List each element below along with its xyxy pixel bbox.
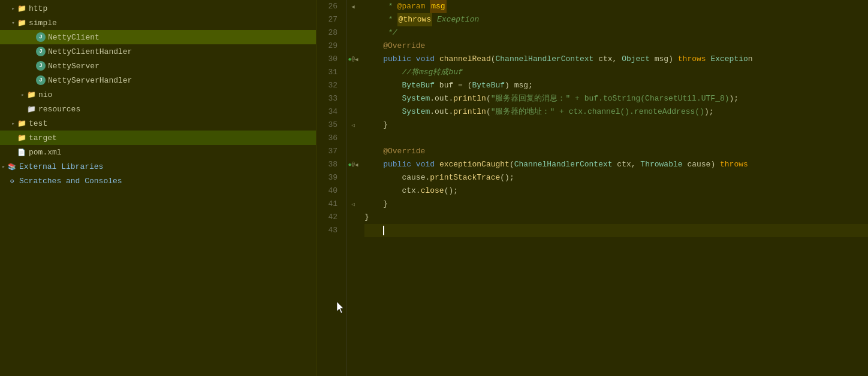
code-lines-container[interactable]: * @param msg * @throws Exception */ @Ove… [360, 0, 868, 376]
kw-void-30: void [416, 53, 435, 66]
code-30-indent [364, 53, 383, 66]
folder-icon-resources [26, 104, 36, 114]
folder-icon-test [17, 119, 26, 128]
type-throwable: Throwable [640, 158, 682, 171]
arrow-test [10, 120, 17, 127]
label-nettyclienthandler: NettyClientHandler [48, 47, 132, 56]
param-tag-26: @param [397, 0, 426, 13]
ln-31: 31 [317, 66, 341, 79]
gutter-29 [346, 40, 360, 53]
code-line-31: //将msg转成buf [364, 66, 868, 79]
code-38-ctx: ctx, [613, 158, 641, 171]
code-43 [364, 224, 383, 237]
gutter-38: ● @ ◀ [346, 158, 360, 171]
java-icon-nettyclient [36, 32, 46, 42]
ln-43: 43 [317, 224, 341, 237]
code-comment-28: */ [364, 26, 397, 40]
tree-item-simple[interactable]: simple [0, 16, 316, 30]
tree-item-scratches[interactable]: Scratches and Consoles [0, 174, 316, 188]
arrow-simple [10, 19, 17, 26]
label-nettyserverhandler: NettyServerHandler [48, 76, 132, 85]
str-33: "服务器回复的消息：" + buf.toString(CharsetUtil.U… [491, 92, 730, 105]
label-nettyserver: NettyServer [48, 62, 100, 71]
tree-item-extlibs[interactable]: External Libraries [0, 159, 316, 174]
tree-item-pomxml[interactable]: pom.xml [0, 145, 316, 159]
tree-item-nettyserverhandler[interactable]: NettyServerHandler [0, 73, 316, 87]
comment-31: //将msg转成buf [364, 66, 463, 79]
gutter-36 [346, 132, 360, 145]
code-line-33: System.out.println("服务器回复的消息：" + buf.toS… [364, 92, 868, 105]
tree-item-nio[interactable]: nio [0, 87, 316, 102]
tree-item-test[interactable]: test [0, 116, 316, 131]
code-38-indent [364, 158, 383, 171]
fold-icon-41: ◁ [351, 201, 354, 208]
java-icon-nettyserverhandler [36, 75, 46, 85]
code-39-indent [364, 171, 402, 184]
var-ctx-40: ctx [402, 184, 415, 198]
code-38-sp1 [411, 158, 416, 171]
fold-icon-26: ◀ [351, 4, 354, 10]
code-35: } [364, 119, 388, 132]
ln-26: 26 [317, 0, 341, 13]
gutter-35: ◁ [346, 119, 360, 132]
code-30-sp1 [411, 53, 416, 66]
ln-37: 37 [317, 145, 341, 158]
code-editor[interactable]: 26 27 28 29 30 31 32 33 34 35 36 37 38 3… [317, 0, 868, 376]
code-40-dot: . [416, 184, 421, 198]
code-line-26: * @param msg [364, 0, 868, 13]
gutter-27 [346, 13, 360, 26]
ln-41: 41 [317, 198, 341, 211]
var-cause-39: cause [402, 171, 425, 184]
line-numbers: 26 27 28 29 30 31 32 33 34 35 36 37 38 3… [317, 0, 346, 376]
arrow-http [10, 5, 17, 12]
tree-item-nettyclient[interactable]: NettyClient [0, 30, 316, 44]
code-content: 26 27 28 29 30 31 32 33 34 35 36 37 38 3… [317, 0, 868, 376]
code-line-27: * @throws Exception [364, 13, 868, 26]
libs-icon-extlibs [7, 162, 17, 171]
code-line-40: ctx.close(); [364, 184, 868, 198]
java-icon-nettyclienthandler [36, 47, 46, 56]
code-38-sp2 [435, 158, 439, 171]
tree-item-resources[interactable]: resources [0, 102, 316, 116]
code-40-indent [364, 184, 402, 198]
code-32-indent [364, 79, 402, 92]
code-30-cut: n [748, 53, 753, 66]
code-line-42: } [364, 211, 868, 224]
arrow-extlibs [0, 163, 7, 170]
type-chc-38: ChannelHandlerContext [514, 158, 613, 171]
type-system-33: System [402, 92, 430, 105]
kw-public-38: public [383, 158, 411, 171]
code-36 [364, 132, 369, 145]
code-33-close: ); [730, 92, 739, 105]
java-icon-nettyserver [36, 61, 46, 71]
label-scratches: Scratches and Consoles [19, 177, 122, 186]
code-34-close: ); [704, 105, 714, 119]
label-nio: nio [38, 90, 52, 99]
type-bytebuf-32: ByteBuf [402, 79, 435, 92]
tree-item-nettyclienthandler[interactable]: NettyClientHandler [0, 44, 316, 59]
code-line-35: } [364, 119, 868, 132]
tree-item-nettyserver[interactable]: NettyServer [0, 59, 316, 73]
code-34-dot2: . [448, 105, 453, 119]
fold-icon-38: ◀ [355, 162, 358, 168]
scratches-icon [7, 176, 17, 186]
ln-36: 36 [317, 132, 341, 145]
code-comment-27a: * [364, 13, 397, 26]
tree-item-http[interactable]: http [0, 1, 316, 16]
gutter-40 [346, 184, 360, 198]
file-tree: http simple NettyClient NettyClientHandl… [0, 0, 317, 376]
code-line-34: System.out.println("服务器的地址：" + ctx.chann… [364, 105, 868, 119]
code-41: } [364, 198, 388, 211]
ln-28: 28 [317, 26, 341, 40]
code-line-37: @Override [364, 145, 868, 158]
tree-item-target[interactable]: target [0, 131, 316, 145]
ln-38: 38 [317, 158, 341, 171]
method-close-40: close [421, 184, 444, 198]
var-out-33: out [435, 92, 448, 105]
type-obj: Object [622, 53, 650, 66]
ln-32: 32 [317, 79, 341, 92]
gutter-34 [346, 105, 360, 119]
code-line-39: cause.printStackTrace(); [364, 171, 868, 184]
code-comment-27b: Exception [432, 13, 479, 26]
gutter-43 [346, 224, 360, 237]
